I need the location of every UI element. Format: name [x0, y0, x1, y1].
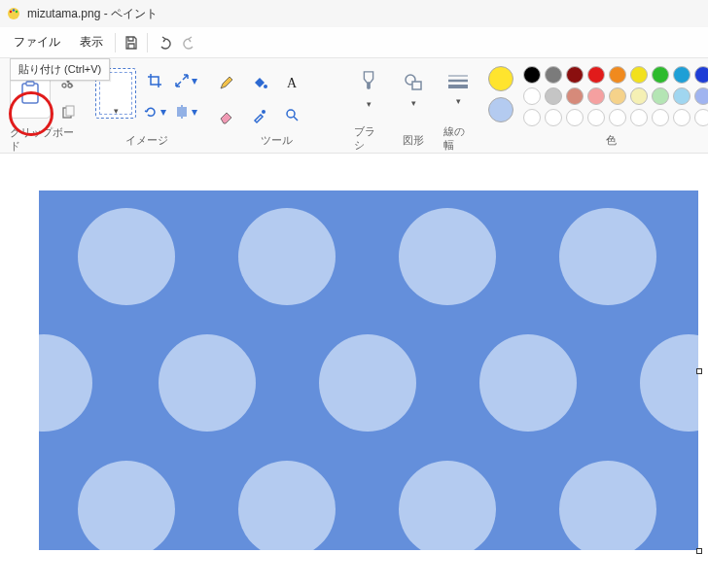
svg-point-8 [68, 84, 72, 87]
canvas-dot [238, 461, 336, 550]
color-palette [523, 66, 708, 126]
color-swatch[interactable] [609, 109, 626, 126]
canvas-dot [238, 208, 336, 305]
color-swatch[interactable] [694, 66, 708, 84]
color-swatch[interactable] [523, 109, 541, 126]
svg-point-7 [62, 84, 66, 87]
svg-point-11 [264, 85, 267, 88]
color-swatch[interactable] [673, 87, 690, 105]
title-bar: mizutama.png - ペイント [0, 0, 708, 27]
canvas-dot [559, 208, 656, 305]
svg-point-13 [262, 110, 266, 114]
color-swatch[interactable] [673, 109, 690, 126]
magnifier-tool[interactable] [280, 103, 305, 128]
shapes-button[interactable]: ▾ [399, 70, 428, 109]
color-swatch[interactable] [566, 87, 584, 105]
menu-file[interactable]: ファイル [4, 28, 70, 56]
group-label-image: イメージ [125, 134, 168, 148]
color-swatch[interactable] [652, 66, 669, 84]
document-filename: mizutama.png [27, 7, 100, 20]
svg-point-2 [13, 9, 15, 11]
group-brushes: ▾ ブラシ [350, 62, 387, 153]
undo-button[interactable] [150, 29, 177, 56]
canvas-dot [479, 334, 577, 432]
workspace[interactable] [0, 154, 708, 588]
resize-button[interactable]: ▾ [173, 68, 198, 93]
canvas-dot [78, 461, 175, 550]
svg-rect-4 [13, 15, 15, 17]
svg-point-14 [287, 110, 295, 118]
group-tools: A ツール [210, 62, 342, 153]
svg-rect-5 [22, 84, 38, 103]
group-label-clipboard: クリップボード [10, 126, 80, 154]
paint-app-icon [6, 6, 21, 21]
brushes-button[interactable]: ▾ [354, 70, 383, 109]
color-swatch[interactable] [545, 66, 562, 84]
svg-text:A: A [287, 76, 298, 90]
group-colors: 色 [484, 62, 708, 153]
canvas-dot [399, 461, 496, 550]
eyedropper-tool[interactable] [247, 103, 272, 128]
color-secondary[interactable] [488, 97, 513, 122]
chevron-down-icon: ▾ [456, 96, 461, 106]
color-swatch[interactable] [673, 66, 690, 84]
menu-view[interactable]: 表示 [70, 28, 113, 56]
svg-rect-16 [412, 82, 421, 89]
resize-handle-right[interactable] [696, 368, 702, 374]
canvas[interactable] [39, 190, 698, 550]
color-swatch[interactable] [523, 66, 541, 84]
group-label-size: 線の幅 [443, 125, 473, 153]
color-primary[interactable] [488, 66, 513, 91]
canvas-dot [39, 334, 92, 432]
fill-tool[interactable] [247, 70, 272, 95]
app-name: ペイント [111, 7, 158, 20]
svg-point-1 [10, 11, 12, 13]
pencil-tool[interactable] [214, 70, 239, 95]
color-swatch[interactable] [630, 87, 648, 105]
color-swatch[interactable] [630, 109, 648, 126]
color-swatch[interactable] [545, 87, 562, 105]
resize-handle-corner[interactable] [696, 548, 702, 554]
menu-separator [147, 33, 148, 52]
group-size: ▾ 線の幅 [440, 62, 477, 153]
color-swatch[interactable] [694, 109, 708, 126]
color-swatch[interactable] [587, 109, 605, 126]
canvas-dot [399, 208, 496, 305]
svg-rect-10 [66, 106, 74, 116]
color-swatch[interactable] [523, 87, 541, 105]
paste-tooltip: 貼り付け (Ctrl+V) [10, 58, 110, 81]
group-label-tools: ツール [261, 134, 293, 148]
text-tool[interactable]: A [280, 70, 305, 95]
color-swatch[interactable] [566, 109, 584, 126]
canvas-dot [319, 334, 416, 432]
flip-button[interactable]: ▾ [173, 99, 198, 124]
svg-rect-6 [26, 82, 34, 86]
color-swatch[interactable] [694, 87, 708, 105]
window-title: mizutama.png - ペイント [27, 6, 158, 22]
save-button[interactable] [118, 29, 145, 56]
color-swatch[interactable] [609, 87, 626, 105]
color-swatch[interactable] [652, 87, 669, 105]
color-swatch[interactable] [545, 109, 562, 126]
color-swatch[interactable] [587, 87, 605, 105]
group-label-shapes: 図形 [403, 134, 424, 148]
color-swatch[interactable] [587, 66, 605, 84]
copy-button[interactable] [56, 101, 80, 124]
chevron-down-icon: ▾ [411, 98, 416, 108]
group-label-colors: 色 [606, 134, 617, 148]
color-swatch[interactable] [609, 66, 626, 84]
eraser-tool[interactable] [214, 103, 239, 128]
canvas-dot [640, 334, 698, 432]
line-width-button[interactable]: ▾ [443, 70, 473, 109]
canvas-dot [559, 461, 656, 550]
title-separator: - [100, 7, 111, 20]
rotate-button[interactable]: ▾ [142, 99, 167, 124]
color-swatch[interactable] [566, 66, 584, 84]
color-swatch[interactable] [652, 109, 669, 126]
group-label-brushes: ブラシ [354, 125, 383, 153]
canvas-dot [78, 208, 175, 305]
color-swatch[interactable] [630, 66, 648, 84]
redo-button[interactable] [177, 29, 204, 56]
crop-button[interactable] [142, 68, 167, 93]
canvas-dot [159, 334, 256, 432]
